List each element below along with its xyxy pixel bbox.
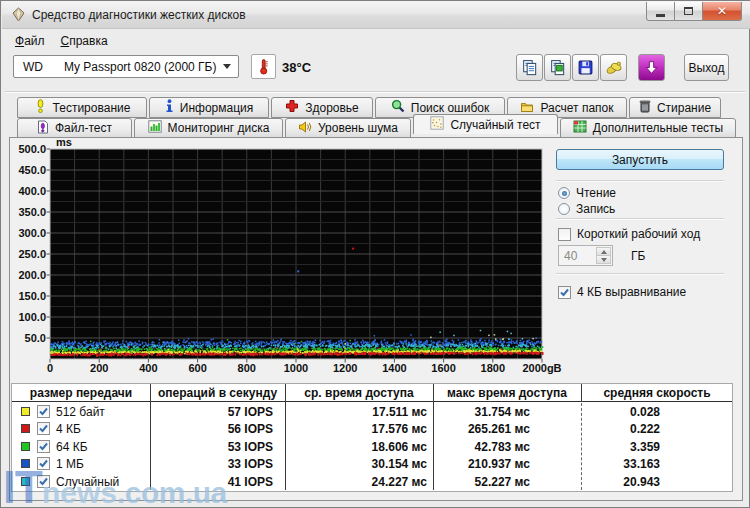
menu-item-help[interactable]: Справка	[53, 30, 116, 49]
svg-text:1600: 1600	[431, 362, 455, 374]
temperature-button[interactable]	[251, 54, 276, 79]
iops-value: 33 IOPS	[151, 457, 273, 471]
series-checkbox[interactable]	[37, 475, 50, 488]
transfer-size-label: 4 КБ	[56, 422, 81, 436]
max-access-value: 42.783 мс	[434, 440, 530, 454]
align-4k-checkbox[interactable]: 4 КБ выравнивание	[558, 285, 686, 299]
max-access-value: 210.937 мс	[434, 457, 530, 471]
column-header: средняя скорость	[557, 386, 750, 400]
download-button[interactable]	[638, 54, 665, 81]
size-input[interactable]: 40	[558, 245, 613, 266]
close-icon: ✕	[717, 4, 727, 18]
avg-speed-value: 20.943	[582, 475, 660, 489]
table-row: 1 МБ33 IOPS30.154 мс210.937 мс33.163	[12, 455, 732, 472]
smart-button[interactable]	[600, 54, 627, 81]
titlebar[interactable]: Средство диагностики жестких дисков ✕	[2, 1, 750, 29]
checkbox-icon	[558, 286, 571, 299]
tab-label: Файл-тест	[55, 121, 112, 135]
start-label: Запустить	[612, 153, 668, 167]
copy-button[interactable]	[516, 54, 543, 81]
radio-icon	[558, 187, 570, 199]
short-stroke-checkbox[interactable]: Короткий рабочий ход	[558, 227, 700, 241]
iops-value: 57 IOPS	[151, 405, 273, 419]
transfer-size-label: 64 КБ	[56, 440, 88, 454]
write-radio[interactable]: Запись	[558, 202, 615, 216]
svg-text:50.0: 50.0	[25, 332, 46, 344]
series-color-swatch	[21, 459, 30, 468]
transfer-size-label: Случайный	[56, 475, 119, 489]
tab-row-2: Файл-тестМониторинг дискаУровень шумаСлу…	[17, 118, 738, 138]
read-radio[interactable]: Чтение	[558, 186, 616, 200]
save-icon	[577, 59, 594, 76]
max-access-value: 52.227 мс	[434, 475, 530, 489]
arrow-down-icon	[601, 258, 607, 262]
separator	[556, 218, 724, 220]
close-button[interactable]: ✕	[703, 2, 742, 21]
copy-image-button[interactable]	[544, 54, 571, 81]
tab-testing[interactable]: Тестирование	[17, 97, 147, 118]
start-button[interactable]: Запустить	[556, 149, 724, 170]
health-cross-icon	[285, 99, 299, 116]
avg-access-value: 17.576 мс	[286, 422, 427, 436]
read-label: Чтение	[576, 186, 616, 200]
bar-chart-icon	[148, 120, 162, 136]
svg-text:600: 600	[188, 362, 206, 374]
tab-label: Случайный тест	[450, 118, 540, 132]
series-checkbox[interactable]	[37, 440, 50, 453]
tab-row-1: ТестированиеИнформацияЗдоровьеПоиск ошиб…	[17, 97, 723, 118]
svg-text:0: 0	[47, 362, 53, 374]
menu-item-file[interactable]: Файл	[7, 30, 53, 49]
download-arrow-icon	[643, 59, 660, 76]
latency-chart: ms500.0450.0400.0350.0300.0250.0200.0150…	[10, 138, 590, 384]
svg-text:1400: 1400	[382, 362, 406, 374]
iops-value: 53 IOPS	[151, 440, 273, 454]
avg-access-value: 30.154 мс	[286, 457, 427, 471]
series-checkbox[interactable]	[37, 457, 50, 470]
table-row: 512 байт57 IOPS17.511 мс31.754 мс0.028	[12, 403, 732, 420]
info-icon	[165, 99, 174, 116]
grid-icon	[573, 120, 587, 136]
toolbar-separator	[5, 91, 745, 93]
svg-text:250.0: 250.0	[18, 248, 46, 260]
device-vendor: WD	[23, 60, 43, 74]
max-access-value: 31.754 мс	[434, 405, 530, 419]
series-color-swatch	[21, 424, 30, 433]
tab-noise-level[interactable]: Уровень шума	[285, 118, 411, 138]
temperature-value: 38°C	[282, 60, 311, 75]
tab-label: Дополнительные тесты	[593, 121, 723, 135]
maximize-button[interactable]	[675, 2, 703, 21]
tab-information[interactable]: Информация	[149, 97, 269, 118]
transfer-size-label: 1 МБ	[56, 457, 84, 471]
chevron-down-icon	[223, 64, 231, 69]
device-model: My Passport 0820 (2000 ГБ)	[64, 60, 216, 74]
device-select[interactable]: WD My Passport 0820 (2000 ГБ)	[13, 55, 239, 78]
spin-down-button[interactable]	[596, 256, 611, 264]
checkbox-icon	[558, 228, 571, 241]
tab-extra-tests[interactable]: Дополнительные тесты	[560, 118, 736, 138]
avg-speed-value: 33.163	[582, 457, 660, 471]
tab-erase[interactable]: Стирание	[629, 97, 721, 118]
maximize-icon	[684, 7, 693, 15]
copy-icon	[521, 59, 538, 76]
save-button[interactable]	[572, 54, 599, 81]
copy-image-icon	[549, 59, 566, 76]
spin-up-button[interactable]	[596, 247, 611, 256]
separator	[556, 180, 724, 182]
exit-button[interactable]: Выход	[684, 54, 729, 81]
series-checkbox[interactable]	[37, 422, 50, 435]
svg-text:350.0: 350.0	[18, 206, 46, 218]
minimize-button[interactable]	[646, 2, 675, 21]
avg-speed-value: 0.028	[582, 405, 660, 419]
tab-file-test[interactable]: Файл-тест	[17, 118, 132, 138]
random-dots-icon	[430, 116, 444, 133]
radio-icon	[558, 203, 570, 215]
avg-speed-value: 0.222	[582, 422, 660, 436]
series-checkbox[interactable]	[37, 405, 50, 418]
svg-text:1800: 1800	[481, 362, 505, 374]
table-row: 64 КБ53 IOPS18.606 мс42.783 мс3.359	[12, 438, 732, 455]
tab-health[interactable]: Здоровье	[271, 97, 373, 118]
tab-disk-monitor[interactable]: Мониторинг диска	[134, 118, 283, 138]
max-access-value: 265.261 мс	[434, 422, 530, 436]
svg-text:150.0: 150.0	[18, 290, 46, 302]
tab-random-test[interactable]: Случайный тест	[413, 114, 558, 134]
